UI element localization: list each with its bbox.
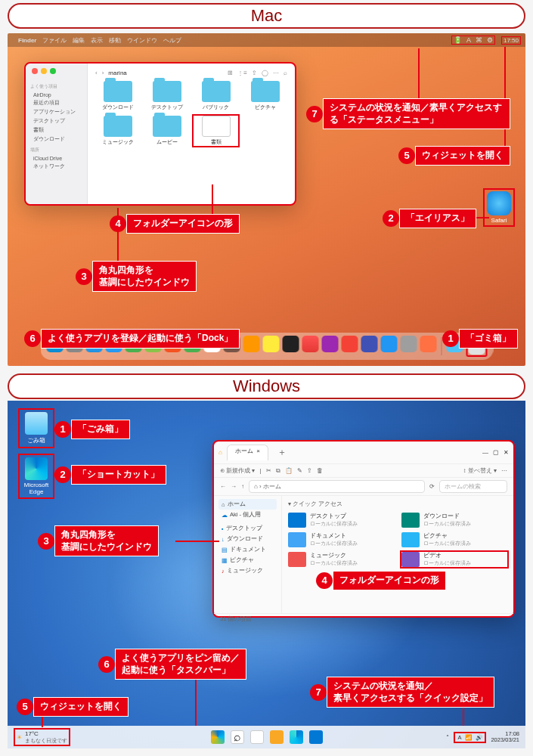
explorer-address[interactable]: ← → ↑ ⌂ › ホーム ⟳ ホームの検索 bbox=[214, 478, 513, 496]
cut-icon[interactable]: ✂ bbox=[266, 467, 271, 474]
close-icon[interactable] bbox=[32, 68, 38, 74]
minimize-icon[interactable]: — bbox=[482, 449, 488, 456]
share-icon[interactable]: ⇪ bbox=[307, 467, 312, 474]
explorer-icon[interactable] bbox=[270, 730, 284, 744]
finder-content[interactable]: ダウンロード デスクトップ パブリック ピクチャ ミュージック ムービー 書類 bbox=[95, 81, 287, 146]
tags-icon[interactable]: ◯ bbox=[262, 70, 268, 76]
explorer-window[interactable]: ⌂ ホーム × ＋ — ▢ ✕ ⊕ 新規作成 ▾ | ✂ ⧉ 📋 ✎ ⇪ 🗑 ↕… bbox=[212, 440, 515, 618]
dock-keynote-icon[interactable] bbox=[361, 336, 377, 352]
sidebar-item-home[interactable]: ⌂ホーム bbox=[218, 499, 277, 510]
search-icon[interactable]: ⌕ bbox=[284, 70, 287, 76]
delete-icon[interactable]: 🗑 bbox=[317, 467, 323, 474]
close-icon[interactable]: ✕ bbox=[504, 449, 509, 456]
action-icon[interactable]: ⋯ bbox=[273, 70, 279, 76]
sidebar-item[interactable]: ネットワーク bbox=[30, 162, 82, 171]
taskbar-center[interactable]: ⌕ bbox=[211, 730, 323, 744]
sidebar-item[interactable]: ☁Aki - 個人用 bbox=[218, 510, 277, 520]
back-icon[interactable]: ‹ bbox=[95, 70, 98, 76]
sidebar-item[interactable]: AirDrop bbox=[30, 91, 82, 98]
dock-tv-icon[interactable] bbox=[282, 336, 299, 352]
qa-item[interactable]: デスクトップローカルに保存済み bbox=[288, 513, 394, 528]
taskview-button[interactable] bbox=[250, 730, 264, 744]
search-input[interactable]: ホームの検索 bbox=[439, 480, 507, 493]
explorer-titlebar[interactable]: ⌂ ホーム × ＋ — ▢ ✕ bbox=[214, 442, 513, 464]
folder-item[interactable]: ムービー bbox=[144, 116, 189, 146]
sidebar-item[interactable]: iCloud Drive bbox=[30, 155, 82, 162]
minimize-icon[interactable] bbox=[41, 68, 47, 74]
zoom-icon[interactable] bbox=[50, 68, 56, 74]
edge-shortcut[interactable]: Microsoft Edge bbox=[18, 454, 54, 499]
dock-settings-icon[interactable] bbox=[400, 336, 417, 352]
dock-app-icon[interactable] bbox=[420, 336, 436, 352]
battery-icon[interactable]: 🔋 bbox=[454, 36, 462, 44]
new-button[interactable]: ⊕ 新規作成 ▾ bbox=[220, 466, 255, 475]
group-icon[interactable]: ⋮≡ bbox=[237, 70, 247, 76]
menubar-appname[interactable]: Finder bbox=[18, 37, 36, 44]
sidebar-item[interactable]: ▪デスクトップ bbox=[218, 523, 277, 534]
volume-icon[interactable]: 🔊 bbox=[476, 734, 482, 741]
sort-button[interactable]: ↕ 並べ替え ▾ bbox=[463, 466, 497, 475]
input-icon[interactable]: A bbox=[466, 36, 471, 44]
sidebar-item[interactable]: 最近の項目 bbox=[30, 98, 82, 107]
menu-window[interactable]: ウインドウ bbox=[127, 36, 157, 45]
sidebar-item[interactable]: ▦ピクチャ bbox=[218, 555, 277, 565]
up-icon[interactable]: ↑ bbox=[241, 483, 244, 490]
sidebar-item[interactable]: アプリケーション bbox=[30, 107, 82, 116]
store-icon[interactable] bbox=[309, 730, 323, 744]
finder-window[interactable]: よく使う項目 AirDrop 最近の項目 アプリケーション デスクトップ 書類 … bbox=[24, 62, 296, 206]
folder-item[interactable]: ダウンロード bbox=[95, 81, 140, 111]
quick-settings[interactable]: A 📶 🔊 bbox=[454, 732, 486, 743]
sidebar-item[interactable]: デスクトップ bbox=[30, 116, 82, 125]
qa-item[interactable]: ダウンロードローカルに保存済み bbox=[401, 513, 507, 528]
copy-icon[interactable]: ⧉ bbox=[276, 467, 280, 475]
share-icon[interactable]: ⇪ bbox=[252, 70, 257, 76]
paste-icon[interactable]: 📋 bbox=[285, 467, 293, 474]
forward-icon[interactable]: › bbox=[102, 70, 104, 76]
folder-item[interactable]: デスクトップ bbox=[144, 81, 189, 111]
mac-menubar[interactable]: Finder ファイル 編集 表示 移動 ウインドウ ヘルプ 🔋 A ⌘ ⚙ 1… bbox=[8, 33, 525, 47]
safari-alias[interactable]: Safari bbox=[483, 188, 515, 227]
taskbar[interactable]: ☀ 17°C まもなく日没です ⌕ ˄ A 📶 🔊 17:08 2023/03/ bbox=[8, 726, 525, 748]
qa-item[interactable]: ビデオローカルに保存済み bbox=[401, 552, 507, 567]
dock-notes-icon[interactable] bbox=[262, 336, 279, 352]
search-button[interactable]: ⌕ bbox=[231, 730, 244, 744]
taskbar-right[interactable]: ˄ A 📶 🔊 17:08 2023/03/21 bbox=[446, 731, 519, 744]
maximize-icon[interactable]: ▢ bbox=[493, 449, 499, 456]
input-icon[interactable]: A bbox=[457, 734, 461, 741]
start-button[interactable] bbox=[211, 730, 225, 744]
dock-appstore-icon[interactable] bbox=[380, 336, 397, 352]
forward-icon[interactable]: → bbox=[231, 483, 237, 490]
folder-item[interactable]: ピクチャ bbox=[243, 81, 287, 111]
sidebar-item[interactable]: ダウンロード bbox=[30, 135, 82, 144]
recycle-bin[interactable]: ごみ箱 bbox=[18, 408, 54, 448]
taskbar-date[interactable]: 2023/03/21 bbox=[491, 737, 519, 743]
folder-item[interactable]: パブリック bbox=[194, 81, 238, 111]
dock-music-icon[interactable] bbox=[302, 336, 318, 352]
back-icon[interactable]: ← bbox=[220, 483, 226, 490]
dock-reminders-icon[interactable] bbox=[243, 336, 259, 352]
wifi-icon[interactable]: 📶 bbox=[465, 734, 472, 741]
explorer-tab[interactable]: ホーム × bbox=[227, 445, 268, 460]
folder-item-documents[interactable]: 書類 bbox=[194, 116, 238, 146]
edge-icon[interactable] bbox=[290, 730, 303, 744]
sidebar-item[interactable]: ▤ドキュメント bbox=[218, 544, 277, 555]
chevron-up-icon[interactable]: ˄ bbox=[446, 734, 449, 741]
qa-item[interactable]: ピクチャローカルに保存済み bbox=[401, 532, 507, 547]
refresh-icon[interactable]: ⟳ bbox=[429, 483, 435, 490]
finder-sidebar[interactable]: よく使う項目 AirDrop 最近の項目 アプリケーション デスクトップ 書類 … bbox=[26, 64, 88, 204]
explorer-content[interactable]: ▾ クイック アクセス デスクトップローカルに保存済み ダウンロードローカルに保… bbox=[282, 496, 513, 613]
explorer-toolbar[interactable]: ⊕ 新規作成 ▾ | ✂ ⧉ 📋 ✎ ⇪ 🗑 ↕ 並べ替え ▾ ⋯ bbox=[214, 464, 513, 478]
wifi-icon[interactable]: ⌘ bbox=[476, 36, 482, 44]
explorer-sidebar[interactable]: ⌂ホーム ☁Aki - 個人用 ▪デスクトップ ↓ダウンロード ▤ドキュメント … bbox=[214, 496, 282, 613]
widgets-button[interactable]: ☀ 17°C まもなく日没です bbox=[14, 728, 70, 746]
dock-news-icon[interactable] bbox=[341, 336, 358, 352]
breadcrumb[interactable]: ⌂ › ホーム bbox=[249, 480, 425, 493]
menubar-clock[interactable]: 17:50 bbox=[501, 36, 521, 45]
sidebar-item[interactable]: ↓ダウンロード bbox=[218, 534, 277, 544]
new-tab-button[interactable]: ＋ bbox=[270, 445, 294, 460]
menu-file[interactable]: ファイル bbox=[42, 36, 67, 45]
qa-item[interactable]: ミュージックローカルに保存済み bbox=[288, 552, 394, 567]
folder-item[interactable]: ミュージック bbox=[95, 116, 140, 146]
sidebar-item[interactable]: ♪ミュージック bbox=[218, 565, 277, 576]
menu-go[interactable]: 移動 bbox=[109, 36, 121, 45]
